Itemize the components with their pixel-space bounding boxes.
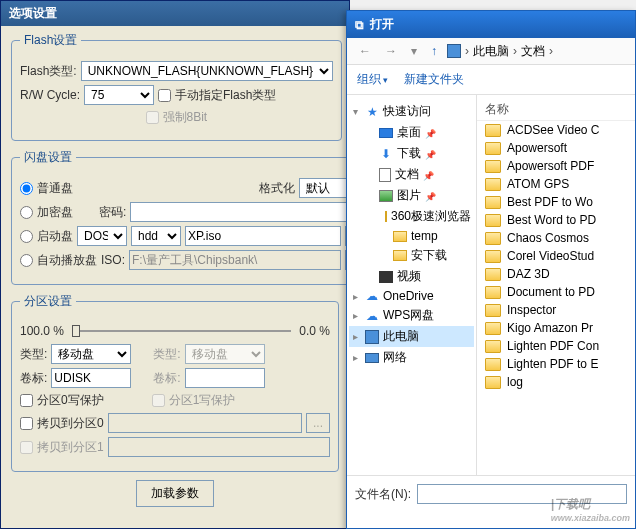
- tree-item-7[interactable]: 安下载: [349, 245, 474, 266]
- tree-item-10[interactable]: ▸WPS网盘: [349, 305, 474, 326]
- tree-caret-icon[interactable]: ▸: [353, 291, 361, 302]
- folder-icon: [485, 250, 501, 263]
- file-item-label: Lighten PDF to E: [507, 357, 598, 371]
- boot-os-select[interactable]: DOS: [77, 226, 127, 246]
- wp1-checkbox: [152, 394, 165, 407]
- encrypt-disk-label: 加密盘: [37, 204, 73, 221]
- new-folder-button[interactable]: 新建文件夹: [404, 71, 464, 88]
- tree-item-11[interactable]: ▸此电脑: [349, 326, 474, 347]
- tree-item-label: 快速访问: [383, 103, 431, 120]
- file-item[interactable]: Apowersoft PDF: [477, 157, 635, 175]
- disk-settings-legend: 闪盘设置: [20, 149, 76, 166]
- cp0-checkbox[interactable]: [20, 417, 33, 430]
- volume-left-input[interactable]: [51, 368, 131, 388]
- folder-icon: [393, 231, 407, 242]
- file-item[interactable]: DAZ 3D: [477, 265, 635, 283]
- password-input[interactable]: [130, 202, 369, 222]
- normal-disk-radio[interactable]: [20, 182, 33, 195]
- flash-type-select[interactable]: UNKNOWN_FLASH{UNKNOWN_FLASH}: [81, 61, 333, 81]
- iso-path-input[interactable]: [129, 250, 341, 270]
- tree-item-2[interactable]: 下载: [349, 143, 474, 164]
- file-list[interactable]: 名称 ACDSee Video CApowersoftApowersoft PD…: [477, 95, 635, 475]
- tree-item-label: 网络: [383, 349, 407, 366]
- folder-icon: [393, 250, 407, 261]
- file-item[interactable]: Lighten PDF to E: [477, 355, 635, 373]
- file-item-label: Lighten PDF Con: [507, 339, 599, 353]
- breadcrumb[interactable]: › 此电脑 › 文档 ›: [447, 43, 553, 60]
- rw-cycle-select[interactable]: 75: [84, 85, 154, 105]
- folder-icon: [485, 142, 501, 155]
- file-item-label: Best Word to PD: [507, 213, 596, 227]
- slider-thumb[interactable]: [72, 325, 80, 337]
- tree-item-6[interactable]: temp: [349, 227, 474, 245]
- nav-up-icon[interactable]: ↑: [427, 42, 441, 60]
- tree-item-label: OneDrive: [383, 289, 434, 303]
- options-body: Flash设置 Flash类型: UNKNOWN_FLASH{UNKNOWN_F…: [1, 26, 349, 513]
- folder-icon: [485, 358, 501, 371]
- file-item[interactable]: log: [477, 373, 635, 391]
- nav-history-icon[interactable]: ▾: [407, 42, 421, 60]
- tree-item-4[interactable]: 图片: [349, 185, 474, 206]
- file-item[interactable]: Inspector: [477, 301, 635, 319]
- column-header-name[interactable]: 名称: [477, 99, 635, 121]
- tree-caret-icon[interactable]: ▸: [353, 352, 361, 363]
- cloud-icon: [365, 309, 379, 323]
- file-item[interactable]: Chaos Cosmos: [477, 229, 635, 247]
- tree-item-9[interactable]: ▸OneDrive: [349, 287, 474, 305]
- tree-item-8[interactable]: 视频: [349, 266, 474, 287]
- tree-item-0[interactable]: ▾快速访问: [349, 101, 474, 122]
- tree-item-label: 视频: [397, 268, 421, 285]
- partition-settings-group: 分区设置 100.0 % 0.0 % 类型: 移动盘 类型: 移动盘 卷标: 卷…: [11, 293, 339, 472]
- file-item[interactable]: Best Word to PD: [477, 211, 635, 229]
- type-left-label: 类型:: [20, 346, 47, 363]
- tree-caret-icon[interactable]: ▾: [353, 106, 361, 117]
- partition-slider[interactable]: [72, 330, 291, 332]
- type-left-select[interactable]: 移动盘: [51, 344, 131, 364]
- autoplay-disk-radio[interactable]: [20, 254, 33, 267]
- open-dialog-title-text: 打开: [370, 16, 394, 33]
- tree-item-label: temp: [411, 229, 438, 243]
- tree-caret-icon[interactable]: ▸: [353, 331, 361, 342]
- tree-item-12[interactable]: ▸网络: [349, 347, 474, 368]
- nav-back-icon[interactable]: ←: [355, 42, 375, 60]
- encrypt-disk-radio[interactable]: [20, 206, 33, 219]
- folder-tree[interactable]: ▾快速访问桌面下载文档图片360极速浏览器temp安下载视频▸OneDrive▸…: [347, 95, 477, 475]
- manual-flash-checkbox[interactable]: [158, 89, 171, 102]
- pic-icon: [379, 190, 393, 202]
- file-item-label: Document to PD: [507, 285, 595, 299]
- open-dialog-title: ⧉ 打开: [347, 11, 635, 38]
- doc-icon: [379, 168, 391, 182]
- wp0-checkbox[interactable]: [20, 394, 33, 407]
- breadcrumb-root[interactable]: 此电脑: [473, 43, 509, 60]
- folder-icon: [485, 286, 501, 299]
- file-item[interactable]: Apowersoft: [477, 139, 635, 157]
- file-item[interactable]: Lighten PDF Con: [477, 337, 635, 355]
- flash-type-label: Flash类型:: [20, 63, 77, 80]
- file-item[interactable]: Kigo Amazon Pr: [477, 319, 635, 337]
- net-icon: [365, 353, 379, 363]
- tree-item-1[interactable]: 桌面: [349, 122, 474, 143]
- pc-icon: [447, 44, 461, 58]
- load-params-button[interactable]: 加载参数: [136, 480, 214, 507]
- tree-item-label: 安下载: [411, 247, 447, 264]
- boot-disk-radio[interactable]: [20, 230, 33, 243]
- file-item[interactable]: Best PDF to Wo: [477, 193, 635, 211]
- tree-item-3[interactable]: 文档: [349, 164, 474, 185]
- file-item[interactable]: Document to PD: [477, 283, 635, 301]
- file-item-label: Best PDF to Wo: [507, 195, 593, 209]
- open-footer: 文件名(N):: [347, 475, 635, 512]
- file-item[interactable]: ATOM GPS: [477, 175, 635, 193]
- tree-caret-icon[interactable]: ▸: [353, 310, 361, 321]
- boot-media-select[interactable]: hdd: [131, 226, 181, 246]
- nav-forward-icon: →: [381, 42, 401, 60]
- breadcrumb-current[interactable]: 文档: [521, 43, 545, 60]
- folder-icon: [485, 196, 501, 209]
- filename-input[interactable]: [417, 484, 627, 504]
- tree-item-label: WPS网盘: [383, 307, 434, 324]
- boot-iso-input[interactable]: [185, 226, 341, 246]
- file-item-label: Apowersoft PDF: [507, 159, 594, 173]
- tree-item-5[interactable]: 360极速浏览器: [349, 206, 474, 227]
- file-item[interactable]: ACDSee Video C: [477, 121, 635, 139]
- organize-button[interactable]: 组织: [357, 71, 388, 88]
- file-item[interactable]: Corel VideoStud: [477, 247, 635, 265]
